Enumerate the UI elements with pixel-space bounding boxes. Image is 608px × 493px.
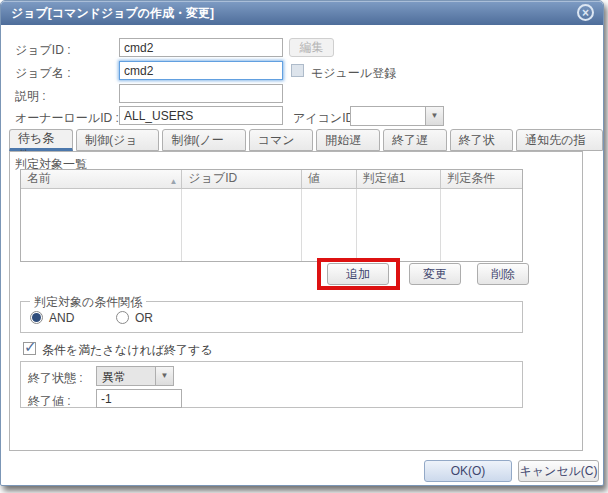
job-id-input[interactable] [119, 38, 283, 57]
tab-notify-target[interactable]: 通知先の指定 [516, 129, 603, 151]
delete-button[interactable]: 削除 [477, 263, 529, 285]
column-header-name[interactable]: 名前 ▲ [21, 170, 182, 188]
description-label: 説明 : [15, 88, 46, 105]
add-button[interactable]: 追加 [327, 263, 389, 285]
end-status-dropdown-arrow-icon[interactable]: ▼ [155, 367, 173, 385]
end-value-input[interactable] [96, 389, 182, 408]
dialog-title: ジョブ[コマンドジョブの作成・変更] [11, 6, 214, 20]
edit-button[interactable]: 編集 [289, 38, 334, 57]
judgment-table-body[interactable] [21, 189, 522, 261]
condition-relation-legend: 判定対象の条件関係 [30, 294, 146, 311]
job-id-label: ジョブID : [15, 42, 71, 59]
module-register-label: モジュール登録 [311, 65, 396, 82]
module-register-checkbox[interactable] [291, 64, 304, 77]
job-name-label: ジョブ名 : [15, 65, 71, 82]
and-radio[interactable] [30, 311, 43, 324]
tab-start-delay[interactable]: 開始遅延 [316, 129, 380, 151]
owner-role-label: オーナーロールID : [15, 110, 119, 127]
column-header-job-id[interactable]: ジョブID [182, 170, 302, 188]
and-radio-label: AND [49, 311, 74, 325]
judgment-table-header: 名前 ▲ ジョブID 値 判定値1 判定条件 [21, 170, 522, 189]
tab-end-delay[interactable]: 終了遅延 [383, 129, 447, 151]
tab-control-node[interactable]: 制御(ノード) [162, 129, 245, 151]
job-create-dialog: ジョブ[コマンドジョブの作成・変更] × ジョブID : 編集 ジョブ名 : モ… [0, 0, 604, 486]
icon-id-dropdown-arrow-icon[interactable]: ▼ [425, 107, 443, 125]
end-settings-group: 終了状態 : 異常 ▼ 終了値 : [20, 361, 523, 408]
change-button[interactable]: 変更 [409, 263, 461, 285]
description-input[interactable] [119, 84, 283, 103]
check-icon: ✓ [24, 338, 37, 356]
sort-ascending-icon[interactable]: ▲ [169, 173, 177, 188]
column-header-judge-value1[interactable]: 判定値1 [357, 170, 442, 188]
tab-bar: 待ち条件 制御(ジョブ) 制御(ノード) コマンド 開始遅延 終了遅延 終了状態… [9, 129, 603, 151]
dialog-titlebar[interactable]: ジョブ[コマンドジョブの作成・変更] × [1, 1, 603, 25]
end-status-select[interactable]: 異常 ▼ [96, 366, 174, 386]
ok-button[interactable]: OK(O) [424, 460, 512, 482]
end-if-unmet-label: 条件を満たさなければ終了する [42, 342, 213, 359]
or-radio[interactable] [116, 311, 129, 324]
screen: ジョブ[コマンドジョブの作成・変更] × ジョブID : 編集 ジョブ名 : モ… [0, 0, 608, 493]
column-header-judge-condition[interactable]: 判定条件 [441, 170, 522, 188]
owner-role-input[interactable] [119, 106, 283, 125]
cancel-button[interactable]: キャンセル(C) [518, 460, 599, 482]
end-value-label: 終了値 : [28, 393, 71, 410]
tab-control-job[interactable]: 制御(ジョブ) [76, 129, 159, 151]
end-status-label: 終了状態 : [28, 370, 83, 387]
tab-end-status[interactable]: 終了状態 [450, 129, 514, 151]
radio-selected-dot [32, 313, 41, 322]
condition-relation-group: 判定対象の条件関係 AND OR [20, 301, 523, 333]
job-name-input[interactable] [119, 61, 283, 80]
icon-id-select[interactable]: ▼ [350, 106, 444, 126]
end-if-unmet-checkbox[interactable]: ✓ [23, 342, 36, 355]
end-status-value: 異常 [102, 369, 126, 386]
close-icon[interactable]: × [577, 4, 594, 21]
tab-command[interactable]: コマンド [249, 129, 314, 151]
or-radio-label: OR [135, 311, 153, 325]
tab-wait-condition[interactable]: 待ち条件 [9, 129, 73, 151]
judgment-table[interactable]: 名前 ▲ ジョブID 値 判定値1 判定条件 [20, 169, 523, 262]
column-header-value[interactable]: 値 [302, 170, 357, 188]
